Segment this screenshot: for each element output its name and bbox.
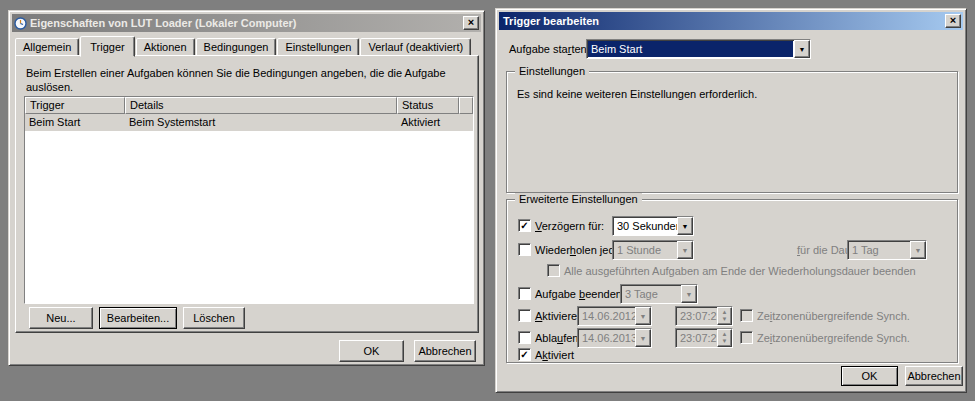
- stop-after-checkbox[interactable]: [518, 287, 531, 300]
- cell-status: Aktiviert: [397, 114, 473, 131]
- spin-down-icon: ▼: [722, 316, 728, 323]
- delay-label[interactable]: Verzögern für:: [535, 216, 604, 236]
- enabled-label[interactable]: Aktiviert: [535, 345, 574, 365]
- tab-einstellungen[interactable]: Einstellungen: [277, 38, 359, 56]
- edit-dialog-titlebar[interactable]: Trigger bearbeiten ×: [499, 12, 963, 30]
- expire-date-picker: 14.06.2013 ▼: [577, 328, 652, 348]
- properties-dialog-titlebar[interactable]: Eigenschaften von LUT Loader (Lokaler Co…: [12, 14, 481, 32]
- stop-all-label: Alle ausgeführten Aufgaben am Ende der W…: [564, 261, 916, 281]
- column-header-filler: [459, 97, 473, 114]
- column-header-trigger[interactable]: Trigger: [25, 97, 125, 114]
- expire-sync-checkbox: [740, 331, 753, 344]
- column-header-status[interactable]: Status: [397, 97, 459, 114]
- repeat-label[interactable]: Wiederholen jede:: [535, 240, 624, 260]
- duration-combobox: 1 Tag ▼: [847, 240, 927, 260]
- spinner-buttons: ▲ ▼: [717, 307, 732, 325]
- chevron-down-icon[interactable]: ▼: [677, 217, 693, 235]
- check-icon: ✓: [520, 349, 528, 360]
- activate-date-value: 14.06.2012: [578, 307, 635, 325]
- chevron-down-icon: ▼: [635, 329, 651, 347]
- close-icon[interactable]: ×: [463, 16, 479, 30]
- repeat-combobox: 1 Stunde ▼: [612, 240, 694, 260]
- activate-sync-checkbox: [740, 309, 753, 322]
- repeat-value: 1 Stunde: [613, 241, 677, 259]
- properties-dialog: Eigenschaften von LUT Loader (Lokaler Co…: [8, 10, 485, 366]
- tab-trigger[interactable]: Trigger: [80, 36, 134, 57]
- delete-button[interactable]: Löschen: [183, 307, 245, 329]
- chevron-down-icon[interactable]: ▼: [794, 40, 810, 58]
- properties-ok-button[interactable]: OK: [339, 340, 404, 362]
- edit-dialog-title: Trigger bearbeiten: [501, 15, 942, 27]
- check-icon: ✓: [520, 220, 528, 231]
- edit-trigger-dialog: Trigger bearbeiten × Aufgabe starten: Be…: [495, 8, 967, 393]
- table-row[interactable]: Beim Start Beim Systemstart Aktiviert: [25, 114, 473, 131]
- trigger-description: Beim Erstellen einer Aufgaben können Sie…: [26, 66, 470, 94]
- advanced-settings-group: Erweiterte Einstellungen ✓ Verzögern für…: [506, 199, 958, 363]
- repeat-checkbox[interactable]: [518, 243, 531, 256]
- delay-checkbox[interactable]: ✓: [518, 219, 531, 232]
- stop-after-value: 3 Tage: [621, 285, 681, 303]
- spin-up-icon: ▲: [722, 309, 728, 316]
- chevron-down-icon: ▼: [681, 285, 697, 303]
- chevron-down-icon: ▼: [910, 241, 926, 259]
- cell-details: Beim Systemstart: [125, 114, 397, 131]
- advanced-group-title: Erweiterte Einstellungen: [515, 193, 642, 206]
- activate-checkbox[interactable]: [518, 309, 531, 322]
- duration-value: 1 Tag: [848, 241, 910, 259]
- tab-verlauf[interactable]: Verlauf (deaktiviert): [360, 38, 471, 56]
- chevron-down-icon: ▼: [677, 241, 693, 259]
- edit-ok-button[interactable]: OK: [841, 366, 898, 386]
- start-task-value: Beim Start: [588, 41, 793, 57]
- spinner-buttons: ▲ ▼: [717, 329, 732, 347]
- settings-group: Einstellungen Es sind keine weiteren Ein…: [506, 71, 958, 193]
- start-task-combobox[interactable]: Beim Start ▼: [586, 39, 811, 59]
- tab-strip: Allgemein Trigger Aktionen Bedingungen E…: [15, 35, 472, 56]
- edit-button[interactable]: Bearbeiten...: [99, 307, 177, 329]
- spin-down-icon: ▼: [722, 338, 728, 345]
- edit-cancel-button[interactable]: Abbrechen: [905, 366, 963, 386]
- properties-cancel-button[interactable]: Abbrechen: [414, 340, 476, 362]
- start-task-label: Aufgabe starten:: [509, 39, 590, 59]
- trigger-tab-page: Beim Erstellen einer Aufgaben können Sie…: [15, 55, 479, 333]
- new-button[interactable]: Neu...: [29, 307, 93, 329]
- stop-all-checkbox: [547, 264, 560, 277]
- task-scheduler-icon: [14, 17, 27, 30]
- expire-date-value: 14.06.2013: [578, 329, 635, 347]
- stop-after-combobox: 3 Tage ▼: [620, 284, 698, 304]
- activate-time-spinner: 23:07:27 ▲ ▼: [675, 306, 733, 326]
- activate-time-value: 23:07:27: [676, 307, 717, 325]
- expire-sync-label: Zeitzonenübergreifende Synch.: [757, 328, 910, 348]
- trigger-table-header: Trigger Details Status: [25, 97, 473, 114]
- settings-group-title: Einstellungen: [515, 65, 589, 78]
- activate-date-picker: 14.06.2012 ▼: [577, 306, 652, 326]
- expire-checkbox[interactable]: [518, 331, 531, 344]
- trigger-table-body: Beim Start Beim Systemstart Aktiviert: [25, 114, 473, 303]
- spin-up-icon: ▲: [722, 331, 728, 338]
- trigger-table[interactable]: Trigger Details Status Beim Start Beim S…: [24, 96, 474, 304]
- expire-time-spinner: 23:07:27 ▲ ▼: [675, 328, 733, 348]
- delay-combobox[interactable]: 30 Sekunden ▼: [612, 216, 694, 236]
- tab-bedingungen[interactable]: Bedingungen: [196, 38, 277, 56]
- tab-aktionen[interactable]: Aktionen: [136, 38, 195, 56]
- enabled-checkbox[interactable]: ✓: [518, 348, 531, 361]
- chevron-down-icon: ▼: [635, 307, 651, 325]
- settings-group-message: Es sind keine weiteren Einstellungen erf…: [517, 87, 757, 101]
- column-header-details[interactable]: Details: [125, 97, 397, 114]
- tab-allgemein[interactable]: Allgemein: [15, 38, 79, 56]
- expire-time-value: 23:07:27: [676, 329, 717, 347]
- cell-trigger: Beim Start: [25, 114, 125, 131]
- delay-value: 30 Sekunden: [613, 217, 677, 235]
- activate-sync-label: Zeitzonenübergreifende Synch.: [757, 306, 910, 326]
- close-icon[interactable]: ×: [945, 14, 961, 28]
- properties-dialog-title: Eigenschaften von LUT Loader (Lokaler Co…: [30, 17, 460, 29]
